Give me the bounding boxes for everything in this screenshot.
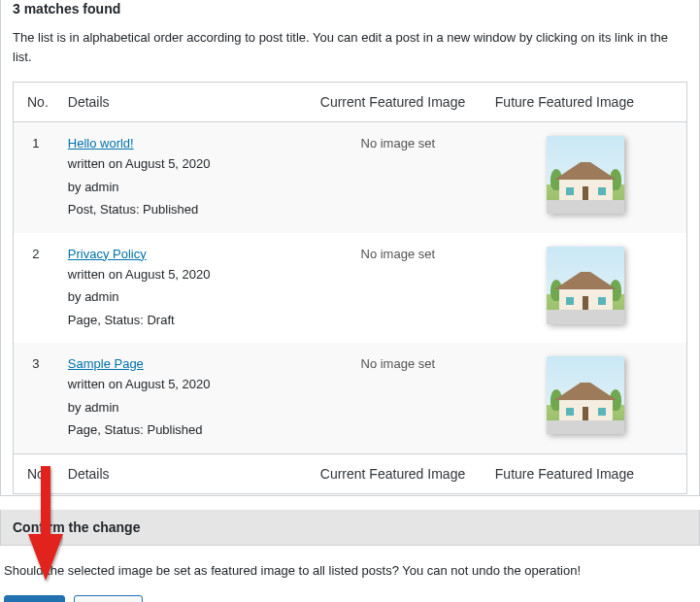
row-meta: Post, Status: Published bbox=[68, 200, 301, 219]
intro-text: The list is in alphabetical order accord… bbox=[13, 28, 687, 66]
row-by: by admin bbox=[68, 287, 301, 307]
post-link[interactable]: Hello world! bbox=[68, 136, 134, 150]
matches-heading: 3 matches found bbox=[13, 0, 687, 17]
col-header-current: Current Featured Image bbox=[311, 83, 485, 122]
row-current-image: No image set bbox=[311, 122, 485, 233]
house-thumbnail-icon bbox=[547, 356, 624, 434]
post-link[interactable]: Privacy Policy bbox=[68, 247, 147, 261]
table-row: 2 Privacy Policy written on August 5, 20… bbox=[14, 233, 687, 344]
confirm-header: Confirm the change bbox=[0, 510, 700, 546]
matches-table: No. Details Current Featured Image Futur… bbox=[13, 82, 687, 494]
table-header-row: No. Details Current Featured Image Futur… bbox=[14, 83, 687, 122]
row-future-image bbox=[485, 343, 687, 453]
row-details: Privacy Policy written on August 5, 2020… bbox=[58, 233, 311, 344]
row-meta: Page, Status: Published bbox=[68, 420, 301, 440]
table-footer-row: No. Details Current Featured Image Futur… bbox=[14, 453, 687, 493]
row-number: 2 bbox=[14, 233, 58, 344]
post-link[interactable]: Sample Page bbox=[68, 356, 144, 371]
row-current-image: No image set bbox=[311, 343, 485, 453]
table-row: 1 Hello world! written on August 5, 2020… bbox=[14, 122, 687, 233]
matches-panel: 3 matches found The list is in alphabeti… bbox=[0, 0, 700, 496]
confirm-heading: Confirm the change bbox=[13, 519, 687, 535]
apply-button[interactable]: Apply bbox=[4, 595, 65, 603]
row-details: Hello world! written on August 5, 2020 b… bbox=[58, 122, 311, 233]
confirm-body: Should the selected image be set as feat… bbox=[0, 546, 700, 603]
house-thumbnail-icon bbox=[547, 247, 624, 324]
row-future-image bbox=[485, 233, 687, 344]
house-thumbnail-icon bbox=[547, 136, 624, 214]
row-by: by admin bbox=[68, 178, 301, 197]
col-footer-current: Current Featured Image bbox=[311, 453, 485, 493]
row-by: by admin bbox=[68, 398, 301, 418]
row-number: 1 bbox=[14, 122, 58, 233]
row-details: Sample Page written on August 5, 2020 by… bbox=[58, 343, 311, 453]
row-written: written on August 5, 2020 bbox=[68, 154, 301, 174]
confirm-text: Should the selected image be set as feat… bbox=[4, 563, 696, 578]
col-footer-no: No. bbox=[14, 453, 58, 493]
row-future-image bbox=[485, 122, 687, 233]
row-written: written on August 5, 2020 bbox=[68, 375, 301, 394]
cancel-button[interactable]: Cancel bbox=[74, 595, 142, 603]
row-written: written on August 5, 2020 bbox=[68, 265, 301, 284]
row-number: 3 bbox=[14, 343, 58, 453]
row-current-image: No image set bbox=[311, 233, 485, 344]
table-row: 3 Sample Page written on August 5, 2020 … bbox=[14, 343, 687, 453]
row-meta: Page, Status: Draft bbox=[68, 311, 301, 330]
col-header-future: Future Featured Image bbox=[485, 83, 687, 122]
col-header-no: No. bbox=[14, 83, 58, 122]
col-header-details: Details bbox=[58, 83, 311, 122]
col-footer-details: Details bbox=[58, 453, 311, 493]
col-footer-future: Future Featured Image bbox=[485, 453, 687, 493]
